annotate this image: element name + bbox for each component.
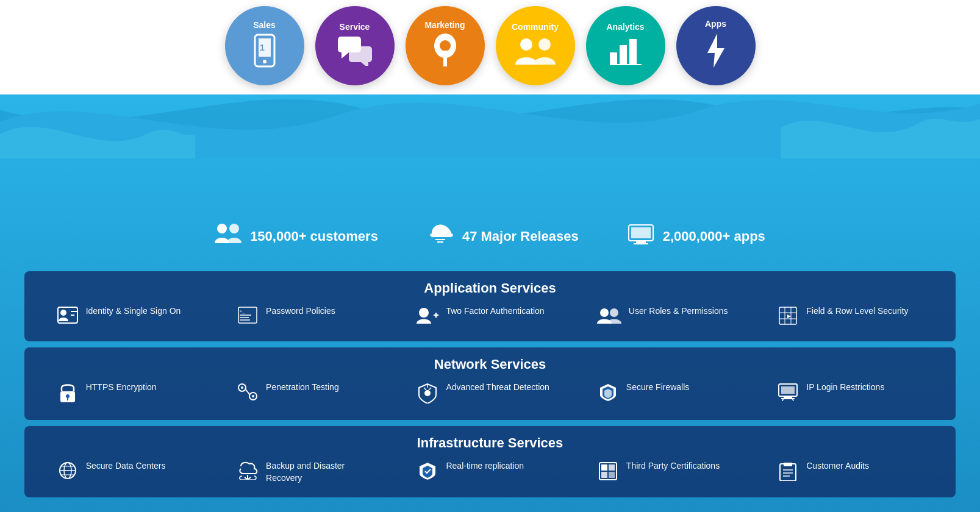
svg-rect-6 xyxy=(349,46,372,62)
svg-point-37 xyxy=(600,308,609,317)
svg-rect-22 xyxy=(631,227,651,238)
svg-point-13 xyxy=(538,38,551,51)
svg-rect-55 xyxy=(784,396,792,398)
audits-text: Customer Audits xyxy=(806,460,869,472)
service-item-userroles: User Roles & Permissions xyxy=(597,305,743,329)
service-item-twofactor: Two Factor Authentication xyxy=(417,305,563,329)
https-icon xyxy=(57,383,79,408)
network-services-items: HTTPS Encryption Penetration Testing xyxy=(40,382,940,408)
service-item-password: >_ Password Policies xyxy=(237,305,383,328)
userroles-icon xyxy=(597,307,621,329)
svg-rect-66 xyxy=(609,464,615,471)
svg-rect-70 xyxy=(784,463,792,466)
service-item-iplogin: IP Login Restrictions xyxy=(777,382,923,405)
password-text: Password Policies xyxy=(266,305,335,318)
service-item-identity: Identity & Single Sign On xyxy=(57,305,203,328)
service-item-audits: Customer Audits xyxy=(777,460,923,485)
releases-text: 47 Major Releases xyxy=(462,229,579,244)
svg-point-34 xyxy=(419,308,429,318)
datacenters-text: Secure Data Centers xyxy=(86,460,166,472)
circle-apps-label: Apps xyxy=(705,19,726,29)
password-icon: >_ xyxy=(237,307,259,328)
identity-text: Identity & Single Sign On xyxy=(86,305,181,318)
svg-marker-5 xyxy=(342,52,349,59)
service-item-backup: Backup and Disaster Recovery xyxy=(237,460,383,484)
firewalls-icon xyxy=(597,383,619,405)
service-item-threat: Advanced Threat Detection xyxy=(417,382,563,408)
releases-icon xyxy=(427,222,454,250)
svg-text:>_: >_ xyxy=(240,309,245,314)
svg-line-49 xyxy=(245,389,250,395)
identity-icon xyxy=(57,307,79,328)
thirdparty-icon xyxy=(597,461,619,485)
service-item-firewalls: Secure Firewalls xyxy=(597,382,743,405)
svg-rect-69 xyxy=(780,464,796,481)
fieldrow-text: Field & Row Level Security xyxy=(806,305,908,318)
https-text: HTTPS Encryption xyxy=(86,382,157,394)
stats-row: 150,000+ customers 47 Major Releases xyxy=(0,207,980,265)
replication-icon xyxy=(417,461,438,485)
audits-icon xyxy=(777,461,799,485)
datacenters-icon xyxy=(57,461,79,484)
circle-sales-label: Sales xyxy=(253,20,276,30)
circle-marketing-label: Marketing xyxy=(424,20,465,30)
backup-text: Backup and Disaster Recovery xyxy=(266,460,383,484)
thirdparty-text: Third Party Certifications xyxy=(626,460,720,472)
service-item-thirdparty: Third Party Certifications xyxy=(597,460,743,485)
twofactor-icon xyxy=(417,307,438,329)
application-services-title: Application Services xyxy=(40,280,940,296)
infrastructure-services-title: Infrastructure Services xyxy=(40,435,940,451)
service-item-penetration: Penetration Testing xyxy=(237,382,383,405)
svg-point-38 xyxy=(610,308,618,317)
twofactor-text: Two Factor Authentication xyxy=(446,305,544,318)
svg-point-20 xyxy=(229,224,239,233)
circle-community-label: Community xyxy=(512,22,559,32)
svg-rect-68 xyxy=(609,472,615,478)
firewalls-text: Secure Firewalls xyxy=(626,382,689,394)
iplogin-icon xyxy=(777,383,799,405)
threat-text: Advanced Threat Detection xyxy=(446,382,549,394)
svg-rect-67 xyxy=(601,472,607,478)
iplogin-text: IP Login Restrictions xyxy=(806,382,884,394)
svg-text:1: 1 xyxy=(260,43,265,52)
network-services-section: Network Services HTTPS Encryption xyxy=(24,347,956,420)
replication-text: Real-time replication xyxy=(446,460,524,472)
application-services-items: Identity & Single Sign On >_ Password Po… xyxy=(40,305,940,329)
fieldrow-icon xyxy=(777,307,799,329)
service-item-https: HTTPS Encryption xyxy=(57,382,203,408)
infrastructure-services-items: Secure Data Centers Backup and Disaster … xyxy=(40,460,940,485)
stat-customers: 150,000+ customers xyxy=(215,222,378,250)
infrastructure-services-section: Infrastructure Services Secure Data Cent… xyxy=(24,426,956,497)
svg-point-12 xyxy=(520,38,532,51)
customers-text: 150,000+ customers xyxy=(250,229,378,244)
userroles-text: User Roles & Permissions xyxy=(629,305,728,318)
circle-analytics-label: Analytics xyxy=(606,22,644,32)
application-services-section: Application Services Identity & Single S… xyxy=(24,271,956,341)
penetration-text: Penetration Testing xyxy=(266,382,339,394)
service-item-replication: Real-time replication xyxy=(417,460,563,485)
stat-releases: 47 Major Releases xyxy=(427,222,579,250)
customers-icon xyxy=(215,222,241,250)
svg-rect-24 xyxy=(634,243,648,244)
svg-point-50 xyxy=(241,386,243,389)
penetration-icon xyxy=(237,383,259,405)
svg-rect-54 xyxy=(781,386,795,394)
network-services-title: Network Services xyxy=(40,357,940,372)
service-item-fieldrow: Field & Row Level Security xyxy=(777,305,923,329)
apps-icon xyxy=(628,222,654,250)
stat-apps: 2,000,000+ apps xyxy=(628,222,765,250)
service-item-datacenters: Secure Data Centers xyxy=(57,460,203,484)
svg-rect-23 xyxy=(636,241,646,243)
svg-point-51 xyxy=(252,395,254,397)
backup-icon xyxy=(237,461,259,484)
svg-point-9 xyxy=(440,40,451,51)
svg-point-19 xyxy=(217,224,227,233)
svg-point-26 xyxy=(60,310,66,316)
svg-rect-65 xyxy=(601,464,607,471)
svg-point-52 xyxy=(424,390,431,396)
threat-icon xyxy=(417,383,438,408)
circle-service-label: Service xyxy=(340,22,370,32)
apps-text: 2,000,000+ apps xyxy=(663,229,765,244)
